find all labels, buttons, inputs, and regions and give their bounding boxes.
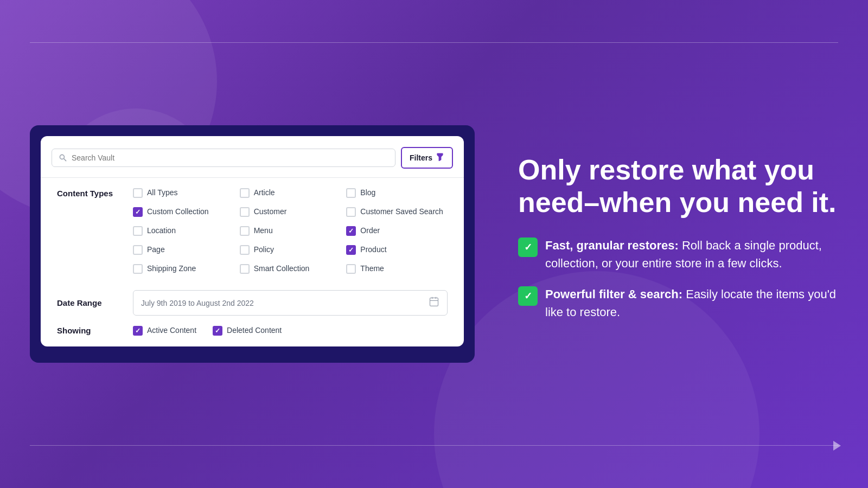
checkbox-custom-collection[interactable]: Custom Collection — [133, 207, 234, 217]
filters-label: Filters — [410, 153, 432, 162]
label-blog: Blog — [360, 188, 375, 197]
right-panel: Only restore what you need–when you need… — [475, 154, 838, 334]
filter-funnel-icon — [436, 152, 444, 163]
content-types-grid: All Types Article Blog — [133, 188, 448, 274]
feature-text-2: Powerful filter & search: Easily locate … — [545, 285, 838, 321]
feature-filter-search: ✓ Powerful filter & search: Easily locat… — [518, 285, 838, 321]
cb-location — [133, 226, 143, 236]
label-custom-collection: Custom Collection — [147, 207, 209, 216]
showing-checkboxes: Active Content Deleted Content — [133, 325, 282, 336]
showing-label: Showing — [57, 326, 133, 335]
checkbox-product[interactable]: Product — [346, 245, 448, 255]
cb-custom-collection — [133, 207, 143, 217]
checkbox-smart-collection[interactable]: Smart Collection — [240, 264, 341, 274]
label-shipping-zone: Shipping Zone — [147, 264, 196, 273]
content-types-label: Content Types — [57, 188, 133, 198]
cb-order — [346, 226, 356, 236]
left-panel: Filters Content Types — [30, 125, 475, 363]
checkbox-theme[interactable]: Theme — [346, 264, 448, 274]
feature-fast-restores: ✓ Fast, granular restores: Roll back a s… — [518, 236, 838, 272]
label-customer-saved-search: Customer Saved Search — [360, 207, 443, 216]
cb-shipping-zone — [133, 264, 143, 274]
feature-bold-1: Fast, granular restores: — [545, 239, 679, 252]
label-active-content: Active Content — [147, 325, 196, 335]
checkbox-blog[interactable]: Blog — [346, 188, 448, 198]
main-layout: Filters Content Types — [0, 0, 868, 488]
content-types-row: Content Types All Types Article — [57, 188, 448, 274]
svg-rect-0 — [430, 298, 438, 306]
green-check-icon-1: ✓ — [518, 237, 538, 257]
filter-panel: Filters Content Types — [41, 136, 464, 346]
cb-product — [346, 245, 356, 255]
dark-card: Filters Content Types — [30, 125, 475, 363]
search-bar-row: Filters — [41, 147, 464, 178]
label-location: Location — [147, 226, 176, 235]
headline: Only restore what you need–when you need… — [518, 154, 838, 219]
search-icon — [59, 153, 67, 162]
search-input[interactable] — [72, 153, 388, 162]
checkbox-order[interactable]: Order — [346, 226, 448, 236]
showing-row: Showing Active Content Deleted Content — [41, 325, 464, 336]
label-product: Product — [360, 245, 386, 254]
label-deleted-content: Deleted Content — [227, 325, 282, 335]
content-types-section: Content Types All Types Article — [41, 181, 464, 290]
label-all-types: All Types — [147, 188, 178, 197]
cb-menu — [240, 226, 250, 236]
cb-all-types — [133, 188, 143, 198]
label-order: Order — [360, 226, 380, 235]
cb-smart-collection — [240, 264, 250, 274]
cb-active-content — [133, 326, 143, 336]
checkbox-policy[interactable]: Policy — [240, 245, 341, 255]
search-input-wrapper[interactable] — [52, 149, 395, 167]
cb-page — [133, 245, 143, 255]
label-theme: Theme — [360, 264, 384, 273]
date-range-label: Date Range — [57, 298, 133, 307]
checkbox-article[interactable]: Article — [240, 188, 341, 198]
filters-button[interactable]: Filters — [401, 147, 453, 169]
cb-customer-saved-search — [346, 207, 356, 217]
label-menu: Menu — [254, 226, 273, 235]
cb-customer — [240, 207, 250, 217]
checkbox-customer[interactable]: Customer — [240, 207, 341, 217]
checkbox-shipping-zone[interactable]: Shipping Zone — [133, 264, 234, 274]
label-policy: Policy — [254, 245, 274, 254]
checkbox-page[interactable]: Page — [133, 245, 234, 255]
checkbox-menu[interactable]: Menu — [240, 226, 341, 236]
checkbox-location[interactable]: Location — [133, 226, 234, 236]
calendar-icon — [429, 296, 439, 310]
label-smart-collection: Smart Collection — [254, 264, 310, 273]
label-customer: Customer — [254, 207, 287, 216]
cb-theme — [346, 264, 356, 274]
label-article: Article — [254, 188, 275, 197]
green-check-icon-2: ✓ — [518, 286, 538, 306]
checkbox-deleted-content[interactable]: Deleted Content — [213, 325, 282, 336]
cb-blog — [346, 188, 356, 198]
label-page: Page — [147, 245, 165, 254]
checkbox-active-content[interactable]: Active Content — [133, 325, 196, 336]
checkbox-all-types[interactable]: All Types — [133, 188, 234, 198]
cb-article — [240, 188, 250, 198]
feature-bold-2: Powerful filter & search: — [545, 287, 682, 301]
date-range-value: July 9th 2019 to August 2nd 2022 — [141, 299, 254, 307]
feature-text-1: Fast, granular restores: Roll back a sin… — [545, 236, 838, 272]
date-input-wrapper[interactable]: July 9th 2019 to August 2nd 2022 — [133, 290, 448, 316]
checkbox-customer-saved-search[interactable]: Customer Saved Search — [346, 207, 448, 217]
date-range-row: Date Range July 9th 2019 to August 2nd 2… — [41, 290, 464, 316]
cb-deleted-content — [213, 326, 222, 336]
cb-policy — [240, 245, 250, 255]
